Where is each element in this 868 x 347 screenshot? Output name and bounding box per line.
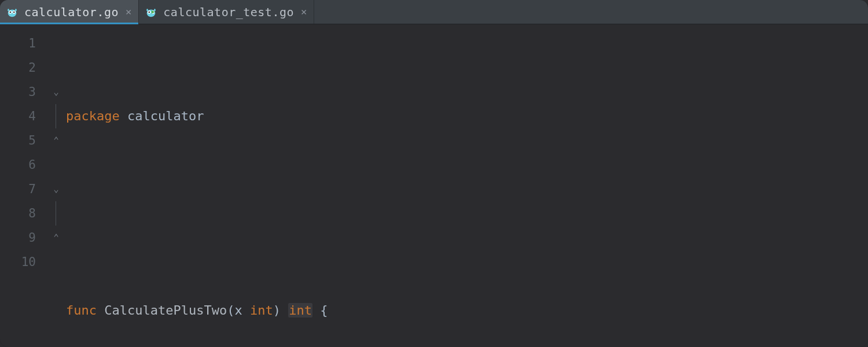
- code-line[interactable]: [62, 201, 868, 226]
- code-line[interactable]: func CalculatePlusTwo(x int) int {: [62, 298, 868, 323]
- fold-gutter: ⌄ ⌃ ⌄ ⌃: [52, 24, 62, 347]
- type-int: int: [250, 303, 273, 318]
- close-icon[interactable]: ✕: [300, 7, 308, 17]
- close-icon[interactable]: ✕: [124, 7, 133, 17]
- svg-point-4: [13, 11, 14, 12]
- param-name: x: [234, 303, 242, 318]
- tab-label: calculator_test.go: [163, 5, 294, 19]
- keyword-package: package: [66, 109, 120, 123]
- fold-close-icon[interactable]: ⌃: [52, 136, 60, 145]
- line-number: 9: [0, 226, 52, 250]
- svg-point-12: [146, 9, 148, 11]
- fold-guide: [56, 201, 56, 226]
- line-number: 5: [0, 128, 52, 153]
- svg-point-10: [149, 11, 150, 12]
- tab-calculator-test-go[interactable]: calculator_test.go ✕: [139, 0, 314, 24]
- line-number: 2: [0, 56, 52, 80]
- line-number: 8: [0, 201, 52, 226]
- svg-point-13: [154, 9, 156, 11]
- return-type: int: [288, 303, 312, 318]
- tab-calculator-go[interactable]: calculator.go ✕: [0, 0, 139, 24]
- line-number-gutter: 1 2 3 4 5 6 7 8 9 10: [0, 24, 52, 347]
- tab-label: calculator.go: [24, 5, 119, 19]
- keyword-func: func: [66, 303, 97, 318]
- svg-point-3: [10, 11, 11, 12]
- paren-open: (: [227, 303, 234, 318]
- fold-open-icon[interactable]: ⌄: [52, 88, 60, 96]
- brace-open: {: [320, 303, 328, 318]
- line-number: 6: [0, 153, 52, 177]
- code-line[interactable]: package calculator: [62, 104, 868, 128]
- editor-window: calculator.go ✕ calculator_test.go ✕: [0, 0, 868, 347]
- line-number: 10: [0, 250, 52, 274]
- go-test-file-icon: [145, 6, 157, 19]
- go-file-icon: [6, 6, 19, 19]
- svg-point-6: [15, 9, 17, 11]
- line-number: 4: [0, 104, 52, 128]
- fold-guide: [56, 104, 56, 128]
- fold-close-icon[interactable]: ⌃: [52, 234, 60, 242]
- package-name: calculator: [127, 109, 204, 123]
- line-number: 1: [0, 31, 52, 56]
- fold-open-icon[interactable]: ⌄: [52, 185, 60, 193]
- function-name: CalculatePlusTwo: [104, 303, 227, 318]
- line-number: 3: [0, 80, 52, 104]
- code-editor[interactable]: 1 2 3 4 5 6 7 8 9 10 ⌄ ⌃ ⌄ ⌃ packag: [0, 24, 868, 347]
- paren-close: ): [273, 303, 281, 318]
- line-number: 7: [0, 177, 52, 201]
- code-area[interactable]: package calculator func CalculatePlusTwo…: [62, 24, 868, 347]
- svg-point-5: [8, 9, 9, 11]
- tab-bar: calculator.go ✕ calculator_test.go ✕: [0, 0, 868, 24]
